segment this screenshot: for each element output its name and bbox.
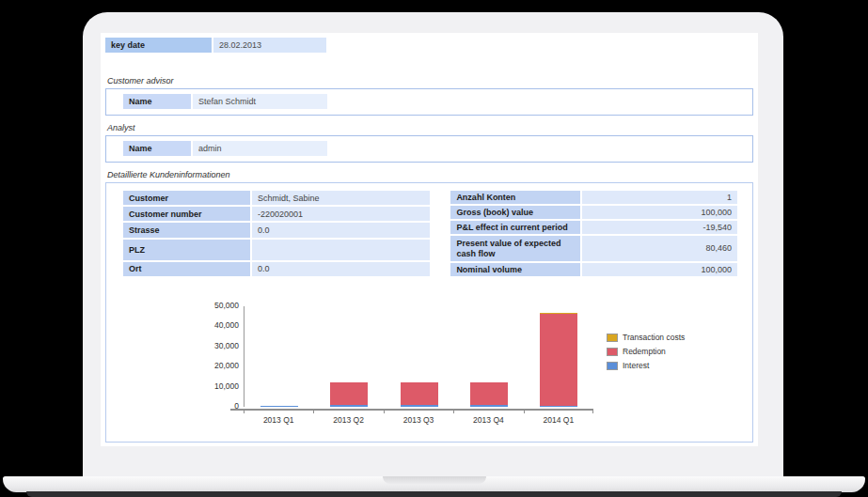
y-tick-label: 50,000 xyxy=(214,301,239,310)
bar-slot xyxy=(384,306,453,407)
x-tick-mark xyxy=(592,409,593,413)
y-tick-label: 20,000 xyxy=(214,361,239,370)
bar-segment-redemption xyxy=(401,382,438,405)
detail-label: Gross (book) value xyxy=(450,206,580,219)
detail-label: Present value of expected cash flow xyxy=(450,236,580,261)
x-tick-mark xyxy=(244,409,245,413)
analyst-box: Name admin xyxy=(105,135,753,163)
x-category-label: 2014 Q1 xyxy=(524,415,593,425)
y-tick-label: 40,000 xyxy=(214,320,239,330)
stacked-bar xyxy=(260,406,298,407)
detail-value: -220020001 xyxy=(252,207,430,221)
chart-legend: Transaction costsRedemptionInterest xyxy=(607,333,685,425)
advisor-name-row: Name Stefan Schmidt xyxy=(123,94,752,109)
bar-segment-redemption xyxy=(330,382,368,405)
stacked-bar xyxy=(401,382,438,407)
detail-label: P&L effect in current period xyxy=(450,221,580,234)
bar-slot xyxy=(314,306,384,407)
x-category-label: 2013 Q1 xyxy=(244,415,313,425)
legend-swatch-icon xyxy=(607,334,618,342)
key-date-label: key date xyxy=(105,38,212,53)
x-tick-mark xyxy=(524,409,525,413)
detail-value: -19,540 xyxy=(582,221,737,234)
bar-slot xyxy=(245,306,314,407)
legend-label: Transaction costs xyxy=(623,333,685,342)
bar-segment-interest xyxy=(401,405,438,407)
analyst-name-field[interactable]: admin xyxy=(193,141,327,156)
key-date-row: key date 28.02.2013 xyxy=(105,38,753,53)
detail-label: Strasse xyxy=(123,223,250,237)
bar-segment-redemption xyxy=(470,382,508,405)
x-tick-mark xyxy=(384,409,385,413)
legend-item-redemption: Redemption xyxy=(607,347,685,356)
analyst-title: Analyst xyxy=(107,123,751,132)
details-box: Customer Schmidt, Sabine Customer number… xyxy=(105,182,753,443)
x-tick-mark xyxy=(313,409,314,413)
detail-value: 0.0 xyxy=(252,262,430,276)
legend-swatch-icon xyxy=(607,348,618,356)
advisor-name-field[interactable]: Stefan Schmidt xyxy=(193,94,327,109)
bar-slot xyxy=(454,306,524,407)
x-category-label: 2013 Q3 xyxy=(384,415,453,425)
bar-segment-interest xyxy=(260,406,298,407)
detail-label: Customer number xyxy=(123,207,250,221)
advisor-name-label: Name xyxy=(123,94,191,109)
detail-value xyxy=(252,240,430,260)
x-tick-mark xyxy=(453,409,454,413)
legend-item-interest: Interest xyxy=(607,361,685,370)
detail-value: 80,460 xyxy=(582,236,737,261)
chart-x-labels: 2013 Q12013 Q22013 Q32013 Q42014 Q1 xyxy=(244,415,593,425)
customer-detail-table-left: Customer Schmidt, Sabine Customer number… xyxy=(123,191,430,276)
legend-swatch-icon xyxy=(607,362,618,370)
detail-label: Customer xyxy=(123,191,250,205)
bar-segment-interest xyxy=(540,406,577,407)
laptop-base-notch xyxy=(383,476,486,484)
y-tick-label: 30,000 xyxy=(214,341,239,350)
x-category-label: 2013 Q4 xyxy=(453,415,523,425)
customer-detail-tables: Customer Schmidt, Sabine Customer number… xyxy=(123,191,737,276)
laptop-base xyxy=(3,476,865,492)
chart-plot-area xyxy=(244,306,593,407)
analyst-name-row: Name admin xyxy=(123,141,752,156)
chart-plot-column: 2013 Q12013 Q22013 Q32013 Q42014 Q1 xyxy=(244,306,593,425)
bar-segment-interest xyxy=(470,405,508,407)
customer-advisor-title: Customer advisor xyxy=(107,76,751,85)
details-title: Detaillierte Kundeninformationen xyxy=(107,170,751,179)
cashflow-chart: 010,00020,00030,00040,00050,000 2013 Q12… xyxy=(204,306,737,425)
detail-label: Ort xyxy=(123,262,250,276)
page-background: key date 28.02.2013 Customer advisor Nam… xyxy=(0,0,868,497)
customer-advisor-box: Name Stefan Schmidt xyxy=(105,88,753,116)
y-tick-label: 10,000 xyxy=(214,381,239,391)
legend-label: Redemption xyxy=(623,347,666,356)
detail-value: 100,000 xyxy=(582,263,737,276)
detail-value: 0.0 xyxy=(252,223,430,237)
legend-item-transaction-costs: Transaction costs xyxy=(607,333,685,342)
stacked-bar xyxy=(540,313,577,407)
detail-label: Nominal volume xyxy=(450,263,580,276)
bar-segment-interest xyxy=(330,405,368,407)
detail-value: 100,000 xyxy=(582,206,737,219)
detail-label: PLZ xyxy=(123,240,250,260)
app-content: key date 28.02.2013 Customer advisor Nam… xyxy=(101,33,758,446)
key-date-field[interactable]: 28.02.2013 xyxy=(213,38,326,53)
x-category-label: 2013 Q2 xyxy=(313,415,383,425)
laptop-base-edge xyxy=(26,491,842,497)
bar-slot xyxy=(524,306,593,407)
stacked-bar xyxy=(330,382,368,407)
detail-label: Anzahl Konten xyxy=(450,191,580,204)
bar-segment-redemption xyxy=(540,314,577,406)
chart-y-axis: 010,00020,00030,00040,00050,000 xyxy=(204,306,244,407)
stacked-bar xyxy=(470,382,508,407)
analyst-name-label: Name xyxy=(123,141,191,156)
detail-value: Schmidt, Sabine xyxy=(252,191,430,205)
chart-x-axis xyxy=(230,409,593,411)
detail-value: 1 xyxy=(582,191,737,204)
laptop-screen: key date 28.02.2013 Customer advisor Nam… xyxy=(101,33,758,446)
legend-label: Interest xyxy=(623,361,649,370)
customer-detail-table-right: Anzahl Konten 1 Gross (book) value 100,0… xyxy=(450,191,737,276)
